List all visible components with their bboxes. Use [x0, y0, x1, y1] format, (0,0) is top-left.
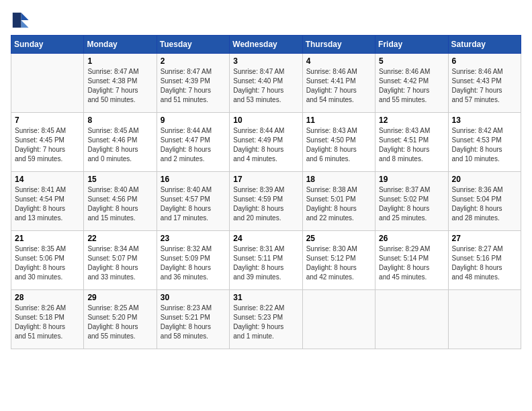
day-number: 4 [306, 56, 371, 66]
day-number: 26 [379, 234, 444, 243]
day-number: 20 [452, 175, 517, 184]
calendar-cell: 28Sunrise: 8:26 AM Sunset: 5:18 PM Dayli… [11, 290, 84, 349]
weekday-header-saturday: Saturday [448, 36, 521, 54]
day-info: Sunrise: 8:32 AM Sunset: 5:09 PM Dayligh… [161, 244, 226, 282]
day-number: 1 [87, 56, 152, 66]
svg-marker-0 [21, 13, 28, 20]
calendar-week-row: 28Sunrise: 8:26 AM Sunset: 5:18 PM Dayli… [11, 290, 521, 349]
calendar-cell: 18Sunrise: 8:38 AM Sunset: 5:01 PM Dayli… [302, 172, 375, 231]
calendar-week-row: 7Sunrise: 8:45 AM Sunset: 4:45 PM Daylig… [11, 113, 521, 172]
day-number: 12 [379, 116, 444, 125]
day-number: 17 [233, 175, 298, 184]
calendar-cell [302, 290, 375, 349]
calendar-cell: 19Sunrise: 8:37 AM Sunset: 5:02 PM Dayli… [375, 172, 448, 231]
calendar-cell: 12Sunrise: 8:43 AM Sunset: 4:51 PM Dayli… [375, 113, 448, 172]
day-info: Sunrise: 8:26 AM Sunset: 5:18 PM Dayligh… [15, 304, 80, 341]
calendar-cell: 26Sunrise: 8:29 AM Sunset: 5:14 PM Dayli… [375, 231, 448, 290]
calendar-cell: 30Sunrise: 8:23 AM Sunset: 5:21 PM Dayli… [157, 290, 229, 349]
svg-marker-1 [21, 20, 28, 28]
day-info: Sunrise: 8:30 AM Sunset: 5:12 PM Dayligh… [306, 244, 371, 282]
day-number: 10 [233, 116, 298, 125]
day-info: Sunrise: 8:22 AM Sunset: 5:23 PM Dayligh… [233, 304, 298, 341]
calendar-week-row: 14Sunrise: 8:41 AM Sunset: 4:54 PM Dayli… [11, 172, 521, 231]
day-number: 19 [379, 175, 444, 184]
page-header [11, 11, 521, 30]
day-info: Sunrise: 8:31 AM Sunset: 5:11 PM Dayligh… [233, 244, 298, 282]
day-info: Sunrise: 8:47 AM Sunset: 4:38 PM Dayligh… [87, 67, 152, 105]
calendar-cell: 9Sunrise: 8:44 AM Sunset: 4:47 PM Daylig… [157, 113, 229, 172]
day-info: Sunrise: 8:38 AM Sunset: 5:01 PM Dayligh… [306, 185, 371, 223]
day-info: Sunrise: 8:34 AM Sunset: 5:07 PM Dayligh… [87, 244, 152, 282]
day-number: 6 [452, 56, 517, 66]
day-number: 30 [161, 293, 226, 302]
calendar-cell: 25Sunrise: 8:30 AM Sunset: 5:12 PM Dayli… [302, 231, 375, 290]
calendar-table: SundayMondayTuesdayWednesdayThursdayFrid… [11, 35, 521, 349]
day-info: Sunrise: 8:46 AM Sunset: 4:42 PM Dayligh… [379, 67, 444, 105]
calendar-cell: 15Sunrise: 8:40 AM Sunset: 4:56 PM Dayli… [84, 172, 157, 231]
day-number: 3 [233, 56, 298, 66]
day-number: 11 [306, 116, 371, 125]
day-info: Sunrise: 8:36 AM Sunset: 5:04 PM Dayligh… [452, 185, 517, 223]
day-number: 22 [87, 234, 152, 243]
day-number: 7 [15, 116, 80, 125]
calendar-cell: 23Sunrise: 8:32 AM Sunset: 5:09 PM Dayli… [157, 231, 229, 290]
day-info: Sunrise: 8:37 AM Sunset: 5:02 PM Dayligh… [379, 185, 444, 223]
day-info: Sunrise: 8:40 AM Sunset: 4:57 PM Dayligh… [161, 185, 226, 223]
calendar-header: SundayMondayTuesdayWednesdayThursdayFrid… [11, 36, 521, 54]
day-number: 16 [161, 175, 226, 184]
day-info: Sunrise: 8:29 AM Sunset: 5:14 PM Dayligh… [379, 244, 444, 282]
day-number: 25 [306, 234, 371, 243]
weekday-header-friday: Friday [375, 36, 448, 54]
calendar-cell: 21Sunrise: 8:35 AM Sunset: 5:06 PM Dayli… [11, 231, 84, 290]
day-info: Sunrise: 8:45 AM Sunset: 4:46 PM Dayligh… [87, 126, 152, 164]
calendar-cell: 31Sunrise: 8:22 AM Sunset: 5:23 PM Dayli… [230, 290, 302, 349]
calendar-body: 1Sunrise: 8:47 AM Sunset: 4:38 PM Daylig… [11, 54, 521, 349]
day-number: 8 [87, 116, 152, 125]
day-number: 27 [452, 234, 517, 243]
calendar-cell: 11Sunrise: 8:43 AM Sunset: 4:50 PM Dayli… [302, 113, 375, 172]
day-info: Sunrise: 8:25 AM Sunset: 5:20 PM Dayligh… [87, 304, 152, 341]
calendar-cell: 20Sunrise: 8:36 AM Sunset: 5:04 PM Dayli… [448, 172, 521, 231]
day-number: 31 [233, 293, 298, 302]
weekday-header-thursday: Thursday [302, 36, 375, 54]
calendar-cell: 27Sunrise: 8:27 AM Sunset: 5:16 PM Dayli… [448, 231, 521, 290]
day-number: 18 [306, 175, 371, 184]
calendar-cell: 2Sunrise: 8:47 AM Sunset: 4:39 PM Daylig… [157, 54, 229, 113]
day-info: Sunrise: 8:42 AM Sunset: 4:53 PM Dayligh… [452, 126, 517, 164]
calendar-cell: 7Sunrise: 8:45 AM Sunset: 4:45 PM Daylig… [11, 113, 84, 172]
day-number: 13 [452, 116, 517, 125]
calendar-cell [375, 290, 448, 349]
day-info: Sunrise: 8:43 AM Sunset: 4:51 PM Dayligh… [379, 126, 444, 164]
svg-rect-2 [13, 13, 21, 28]
weekday-header-wednesday: Wednesday [230, 36, 302, 54]
day-info: Sunrise: 8:41 AM Sunset: 4:54 PM Dayligh… [15, 185, 80, 223]
day-number: 24 [233, 234, 298, 243]
day-info: Sunrise: 8:43 AM Sunset: 4:50 PM Dayligh… [306, 126, 371, 164]
day-info: Sunrise: 8:45 AM Sunset: 4:45 PM Dayligh… [15, 126, 80, 164]
calendar-cell: 16Sunrise: 8:40 AM Sunset: 4:57 PM Dayli… [157, 172, 229, 231]
day-info: Sunrise: 8:46 AM Sunset: 4:41 PM Dayligh… [306, 67, 371, 105]
day-number: 2 [161, 56, 226, 66]
calendar-cell: 5Sunrise: 8:46 AM Sunset: 4:42 PM Daylig… [375, 54, 448, 113]
day-info: Sunrise: 8:39 AM Sunset: 4:59 PM Dayligh… [233, 185, 298, 223]
logo-icon [11, 11, 30, 30]
day-info: Sunrise: 8:46 AM Sunset: 4:43 PM Dayligh… [452, 67, 517, 105]
day-number: 23 [161, 234, 226, 243]
day-info: Sunrise: 8:40 AM Sunset: 4:56 PM Dayligh… [87, 185, 152, 223]
calendar-cell: 29Sunrise: 8:25 AM Sunset: 5:20 PM Dayli… [84, 290, 157, 349]
day-number: 15 [87, 175, 152, 184]
day-info: Sunrise: 8:44 AM Sunset: 4:47 PM Dayligh… [161, 126, 226, 164]
calendar-cell: 24Sunrise: 8:31 AM Sunset: 5:11 PM Dayli… [230, 231, 302, 290]
day-info: Sunrise: 8:44 AM Sunset: 4:49 PM Dayligh… [233, 126, 298, 164]
calendar-week-row: 21Sunrise: 8:35 AM Sunset: 5:06 PM Dayli… [11, 231, 521, 290]
weekday-header-monday: Monday [84, 36, 157, 54]
calendar-cell: 10Sunrise: 8:44 AM Sunset: 4:49 PM Dayli… [230, 113, 302, 172]
weekday-header-tuesday: Tuesday [157, 36, 229, 54]
calendar-cell: 17Sunrise: 8:39 AM Sunset: 4:59 PM Dayli… [230, 172, 302, 231]
day-info: Sunrise: 8:23 AM Sunset: 5:21 PM Dayligh… [161, 304, 226, 341]
day-number: 28 [15, 293, 80, 302]
day-info: Sunrise: 8:27 AM Sunset: 5:16 PM Dayligh… [452, 244, 517, 282]
day-info: Sunrise: 8:47 AM Sunset: 4:39 PM Dayligh… [161, 67, 226, 105]
calendar-cell: 13Sunrise: 8:42 AM Sunset: 4:53 PM Dayli… [448, 113, 521, 172]
calendar-cell: 14Sunrise: 8:41 AM Sunset: 4:54 PM Dayli… [11, 172, 84, 231]
